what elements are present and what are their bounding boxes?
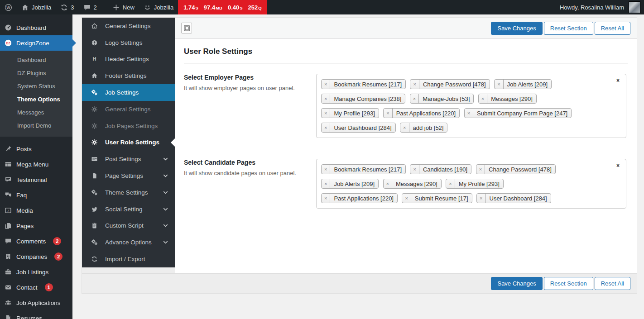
toggle-sidebar-button[interactable]	[181, 23, 192, 33]
remove-tag-icon[interactable]: ×	[410, 165, 419, 174]
comments-menu[interactable]: 2	[79, 0, 101, 14]
sidebar-item[interactable]: DexignZone	[0, 35, 72, 51]
options-menu-item[interactable]: General Settings	[82, 101, 175, 118]
updates-menu[interactable]: 3	[56, 0, 78, 14]
tag-label: My Profile [293]	[455, 179, 503, 188]
options-menu-item[interactable]: Import / Export	[82, 251, 175, 267]
sidebar-item[interactable]: Contact 1	[0, 280, 72, 295]
selected-page-tag: ×Messages [290]	[478, 94, 537, 104]
submenu-item[interactable]: System Status	[0, 80, 72, 93]
sidebar-item[interactable]: Dashboard	[0, 20, 72, 35]
remove-tag-icon[interactable]: ×	[465, 109, 473, 118]
sidebar-item[interactable]: Job Applications	[0, 295, 72, 310]
page-title: User Role Settings	[184, 47, 628, 64]
remove-tag-icon[interactable]: ×	[322, 194, 330, 203]
avatar[interactable]	[629, 1, 640, 13]
query-monitor-stats[interactable]: 1.74S 97.4MB 0.40S 252Q	[178, 0, 267, 14]
account-menu[interactable]: Howdy, Rosalina William	[555, 0, 625, 14]
options-menu-item[interactable]: Theme Settings	[82, 184, 175, 201]
pages-icon	[5, 222, 12, 229]
sidebar-item[interactable]: Job Listings	[0, 264, 72, 280]
remove-tag-icon[interactable]: ×	[400, 123, 409, 132]
sidebar-item-label: Pages	[16, 223, 34, 229]
employer-pages-select[interactable]: × ×Bookmark Resumes [217] ×Change Passwo…	[316, 74, 626, 138]
sidebar-item[interactable]: Testimonial	[0, 172, 72, 187]
clear-all-icon[interactable]: ×	[616, 78, 620, 83]
gears-icon	[91, 89, 98, 96]
remove-tag-icon[interactable]: ×	[322, 109, 330, 118]
options-menu-item[interactable]: Header Settings	[82, 51, 175, 68]
remove-tag-icon[interactable]: ×	[322, 165, 330, 174]
sidebar-item[interactable]: Mega Menu	[0, 157, 72, 172]
save-changes-button-bottom[interactable]: Save Changes	[491, 277, 542, 290]
options-menu-item[interactable]: Job Pages Settings	[82, 118, 175, 134]
remove-tag-icon[interactable]: ×	[446, 179, 455, 188]
options-menu-item[interactable]: Page Settings	[82, 167, 175, 184]
tag-label: Change Password [478]	[485, 165, 555, 174]
hletter-icon	[91, 56, 98, 62]
tag-label: Submit Resume [17]	[411, 194, 472, 203]
sidebar-item[interactable]: Comments 2	[0, 233, 72, 249]
remove-tag-icon[interactable]: ×	[322, 94, 330, 103]
options-menu-item[interactable]: Advance Options	[82, 234, 175, 251]
reset-all-button-top[interactable]: Reset All	[595, 22, 630, 35]
remove-tag-icon[interactable]: ×	[479, 94, 487, 103]
sidebar-item[interactable]: Pages	[0, 218, 72, 233]
theme-menu[interactable]: Jobzilla	[139, 0, 178, 14]
wordpress-logo-menu[interactable]	[0, 0, 17, 14]
options-menu-item[interactable]: Social Setting	[82, 201, 175, 218]
options-menu-item-label: Header Settings	[105, 56, 149, 62]
options-menu-item[interactable]: Job Settings	[82, 84, 175, 101]
options-menu-item[interactable]: Post Settings	[82, 151, 175, 167]
remove-tag-icon[interactable]: ×	[402, 194, 411, 203]
site-name-menu[interactable]: Jobzilla	[17, 0, 56, 14]
remove-tag-icon[interactable]: ×	[384, 109, 392, 118]
howdy-label: Howdy, Rosalina William	[560, 4, 624, 11]
submenu-item[interactable]: Messages	[0, 106, 72, 119]
sidebar-item[interactable]: Posts	[0, 141, 72, 157]
options-menu-item[interactable]: General Settings	[82, 18, 175, 34]
submenu-item[interactable]: Import Demo	[0, 119, 72, 132]
sidebar-item[interactable]: Faq	[0, 187, 72, 203]
options-menu: General Settings Logo Settings Header Se…	[82, 18, 175, 267]
home-icon	[91, 72, 98, 79]
options-menu-item-label: Social Setting	[105, 206, 143, 213]
options-menu-item-label: User Role Settings	[105, 139, 159, 146]
gear-icon	[91, 123, 98, 129]
sidebar-item[interactable]: Resumes	[0, 310, 72, 319]
options-menu-item[interactable]: Custom Script	[82, 218, 175, 234]
submenu-item[interactable]: Theme Options	[0, 93, 72, 106]
save-changes-button-top[interactable]: Save Changes	[491, 22, 542, 35]
options-menu-item[interactable]: Logo Settings	[82, 34, 175, 51]
options-menu-item[interactable]: User Role Settings	[82, 134, 175, 151]
reset-section-button-bottom[interactable]: Reset Section	[544, 277, 593, 290]
candidate-pages-select[interactable]: × ×Bookmark Resumes [217] ×Candidates [1…	[316, 159, 626, 209]
selected-page-tag: ×Change Password [478]	[410, 79, 490, 89]
sidebar-item-label: Companies	[16, 253, 47, 260]
remove-tag-icon[interactable]: ×	[322, 123, 330, 132]
remove-tag-icon[interactable]: ×	[322, 80, 330, 89]
selected-page-tag: ×User Dashboard [284]	[321, 123, 396, 133]
options-menu-item-label: Import / Export	[105, 256, 145, 262]
stat-item: 1.74S	[183, 4, 198, 11]
sidebar-item[interactable]: Companies 2	[0, 249, 72, 264]
remove-tag-icon[interactable]: ×	[410, 94, 419, 103]
remove-tag-icon[interactable]: ×	[384, 179, 392, 188]
remove-tag-icon[interactable]: ×	[322, 179, 330, 188]
options-menu-item-label: Post Settings	[105, 156, 141, 162]
reset-section-button-top[interactable]: Reset Section	[544, 22, 593, 35]
submenu-item[interactable]: DZ Plugins	[0, 67, 72, 80]
options-menu-item[interactable]: Footer Settings	[82, 67, 175, 84]
remove-tag-icon[interactable]: ×	[477, 194, 485, 203]
reset-all-button-bottom[interactable]: Reset All	[595, 277, 630, 290]
sidebar-item[interactable]: Media	[0, 203, 72, 218]
new-content-menu[interactable]: New	[108, 0, 139, 14]
submenu-item[interactable]: Dashboard	[0, 53, 72, 67]
clear-all-icon[interactable]: ×	[616, 163, 620, 168]
tag-label: add job [52]	[409, 123, 447, 132]
remove-tag-icon[interactable]: ×	[410, 80, 419, 89]
dz-icon	[5, 39, 12, 47]
sidebar-item-label: DexignZone	[16, 40, 49, 47]
remove-tag-icon[interactable]: ×	[476, 165, 485, 174]
remove-tag-icon[interactable]: ×	[495, 80, 503, 89]
